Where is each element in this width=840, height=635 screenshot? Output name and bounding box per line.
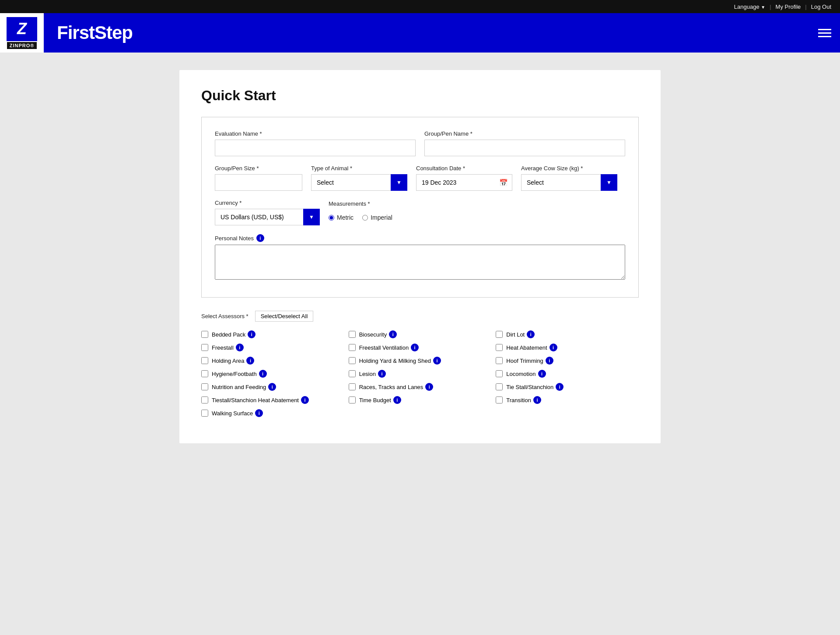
assessor-checkbox-biosecurity[interactable]	[349, 331, 356, 338]
currency-select[interactable]: US Dollars (USD, US$)	[215, 209, 320, 225]
assessor-info-icon-holding-area[interactable]: i	[246, 357, 254, 365]
assessor-item-tie-stall-stanchion: Tie Stall/Stanchioni	[496, 383, 639, 391]
assessor-checkbox-heat-abatement[interactable]	[496, 344, 503, 351]
imperial-radio[interactable]	[362, 215, 368, 221]
assessor-info-icon-freestall[interactable]: i	[236, 344, 244, 351]
assessor-label-transition[interactable]: Transitioni	[506, 396, 541, 404]
assessor-item-races-tracks-lanes: Races, Tracks and Lanesi	[349, 383, 492, 391]
assessor-item-tiestall-heat-abatement: Tiestall/Stanchion Heat Abatementi	[201, 396, 344, 404]
assessor-label-tie-stall-stanchion[interactable]: Tie Stall/Stanchioni	[506, 383, 564, 391]
chevron-down-icon: ▼	[761, 5, 765, 10]
assessor-info-icon-locomotion[interactable]: i	[538, 370, 546, 378]
personal-notes-row: Personal Notes i	[215, 234, 625, 280]
assessor-item-locomotion: Locomotioni	[496, 370, 639, 378]
assessor-info-icon-races-tracks-lanes[interactable]: i	[425, 383, 433, 391]
assessor-checkbox-nutrition-feeding[interactable]	[201, 383, 208, 390]
assessor-checkbox-lesion[interactable]	[349, 370, 356, 377]
type-of-animal-group: Type of Animal * Select	[311, 165, 407, 191]
measurements-group: Measurements * Metric Imperial	[329, 200, 625, 225]
assessor-info-icon-tie-stall-stanchion[interactable]: i	[556, 383, 564, 391]
evaluation-name-input[interactable]	[215, 140, 416, 156]
type-of-animal-select[interactable]: Select	[311, 174, 407, 191]
assessor-label-walking-surface[interactable]: Walking Surfacei	[212, 409, 263, 417]
consultation-date-input[interactable]	[416, 174, 512, 191]
assessor-label-holding-area[interactable]: Holding Areai	[212, 357, 254, 365]
language-dropdown[interactable]: Language ▼	[734, 4, 765, 10]
assessor-checkbox-locomotion[interactable]	[496, 370, 503, 377]
assessor-label-lesion[interactable]: Lesioni	[359, 370, 386, 378]
imperial-radio-label[interactable]: Imperial	[362, 214, 392, 221]
assessor-checkbox-freestall-ventilation[interactable]	[349, 344, 356, 351]
assessor-label-tiestall-heat-abatement[interactable]: Tiestall/Stanchion Heat Abatementi	[212, 396, 309, 404]
assessor-checkbox-time-budget[interactable]	[349, 396, 356, 403]
assessor-info-icon-bedded-pack[interactable]: i	[248, 330, 256, 338]
assessors-grid: Bedded PackiBiosecurityiDirt LotiFreesta…	[201, 330, 639, 417]
personal-notes-info-icon[interactable]: i	[256, 234, 264, 242]
assessor-label-races-tracks-lanes[interactable]: Races, Tracks and Lanesi	[359, 383, 434, 391]
assessor-checkbox-hygiene-footbath[interactable]	[201, 370, 208, 377]
assessor-label-holding-yard-milking-shed[interactable]: Holding Yard & Milking Shedi	[359, 357, 441, 365]
assessor-label-dirt-lot[interactable]: Dirt Loti	[506, 330, 535, 338]
assessor-checkbox-tiestall-heat-abatement[interactable]	[201, 396, 208, 403]
assessor-label-heat-abatement[interactable]: Heat Abatementi	[506, 344, 557, 351]
assessor-info-icon-transition[interactable]: i	[533, 396, 541, 404]
assessor-info-icon-freestall-ventilation[interactable]: i	[411, 344, 419, 351]
assessor-checkbox-races-tracks-lanes[interactable]	[349, 383, 356, 390]
assessor-label-freestall-ventilation[interactable]: Freestall Ventilationi	[359, 344, 419, 351]
personal-notes-label: Personal Notes i	[215, 234, 625, 242]
measurements-label: Measurements *	[329, 200, 625, 207]
my-profile-link[interactable]: My Profile	[776, 4, 801, 10]
metric-radio-label[interactable]: Metric	[329, 214, 354, 221]
assessor-info-icon-lesion[interactable]: i	[378, 370, 386, 378]
assessor-label-nutrition-feeding[interactable]: Nutrition and Feedingi	[212, 383, 276, 391]
assessor-checkbox-walking-surface[interactable]	[201, 410, 208, 417]
assessor-checkbox-transition[interactable]	[496, 396, 503, 403]
currency-group: Currency * US Dollars (USD, US$)	[215, 200, 320, 225]
assessor-label-hoof-trimming[interactable]: Hoof Trimmingi	[506, 357, 553, 365]
assessor-info-icon-hoof-trimming[interactable]: i	[546, 357, 553, 365]
assessor-item-walking-surface: Walking Surfacei	[201, 409, 344, 417]
evaluation-name-group: Evaluation Name *	[215, 130, 416, 156]
row-names: Evaluation Name * Group/Pen Name *	[215, 130, 625, 156]
assessor-checkbox-holding-area[interactable]	[201, 357, 208, 364]
assessor-checkbox-bedded-pack[interactable]	[201, 331, 208, 338]
group-pen-size-input[interactable]	[215, 174, 302, 191]
assessor-info-icon-holding-yard-milking-shed[interactable]: i	[433, 357, 441, 365]
assessor-checkbox-freestall[interactable]	[201, 344, 208, 351]
assessor-checkbox-hoof-trimming[interactable]	[496, 357, 503, 364]
assessor-info-icon-nutrition-feeding[interactable]: i	[268, 383, 276, 391]
assessor-label-biosecurity[interactable]: Biosecurityi	[359, 330, 397, 338]
assessor-label-time-budget[interactable]: Time Budgeti	[359, 396, 401, 404]
avg-cow-size-group: Average Cow Size (kg) * Select	[521, 165, 617, 191]
assessor-label-locomotion[interactable]: Locomotioni	[506, 370, 546, 378]
assessor-info-icon-tiestall-heat-abatement[interactable]: i	[301, 396, 309, 404]
assessor-info-icon-dirt-lot[interactable]: i	[527, 330, 535, 338]
assessor-label-freestall[interactable]: Freestalli	[212, 344, 244, 351]
consultation-date-label: Consultation Date *	[416, 165, 512, 172]
assessor-label-bedded-pack[interactable]: Bedded Packi	[212, 330, 256, 338]
logout-link[interactable]: Log Out	[811, 4, 831, 10]
metric-radio[interactable]	[329, 215, 334, 221]
assessor-item-time-budget: Time Budgeti	[349, 396, 492, 404]
assessor-info-icon-walking-surface[interactable]: i	[255, 409, 263, 417]
assessor-item-freestall-ventilation: Freestall Ventilationi	[349, 344, 492, 351]
assessors-header: Select Assessors * Select/Deselect All	[201, 311, 639, 322]
assessor-item-bedded-pack: Bedded Packi	[201, 330, 344, 338]
assessor-label-hygiene-footbath[interactable]: Hygiene/Footbathi	[212, 370, 267, 378]
assessor-checkbox-tie-stall-stanchion[interactable]	[496, 383, 503, 390]
group-pen-name-group: Group/Pen Name *	[424, 130, 625, 156]
assessor-info-icon-biosecurity[interactable]: i	[389, 330, 397, 338]
hamburger-menu-button[interactable]	[818, 29, 831, 37]
form-section: Evaluation Name * Group/Pen Name * Group…	[201, 117, 639, 298]
assessor-checkbox-holding-yard-milking-shed[interactable]	[349, 357, 356, 364]
assessor-checkbox-dirt-lot[interactable]	[496, 331, 503, 338]
select-deselect-all-button[interactable]: Select/Deselect All	[255, 311, 314, 322]
assessor-item-holding-yard-milking-shed: Holding Yard & Milking Shedi	[349, 357, 492, 365]
personal-notes-textarea[interactable]	[215, 245, 625, 280]
group-pen-name-input[interactable]	[424, 140, 625, 156]
assessor-info-icon-hygiene-footbath[interactable]: i	[259, 370, 267, 378]
avg-cow-size-select[interactable]: Select	[521, 174, 617, 191]
assessor-info-icon-time-budget[interactable]: i	[393, 396, 401, 404]
assessor-item-dirt-lot: Dirt Loti	[496, 330, 639, 338]
assessor-info-icon-heat-abatement[interactable]: i	[550, 344, 557, 351]
